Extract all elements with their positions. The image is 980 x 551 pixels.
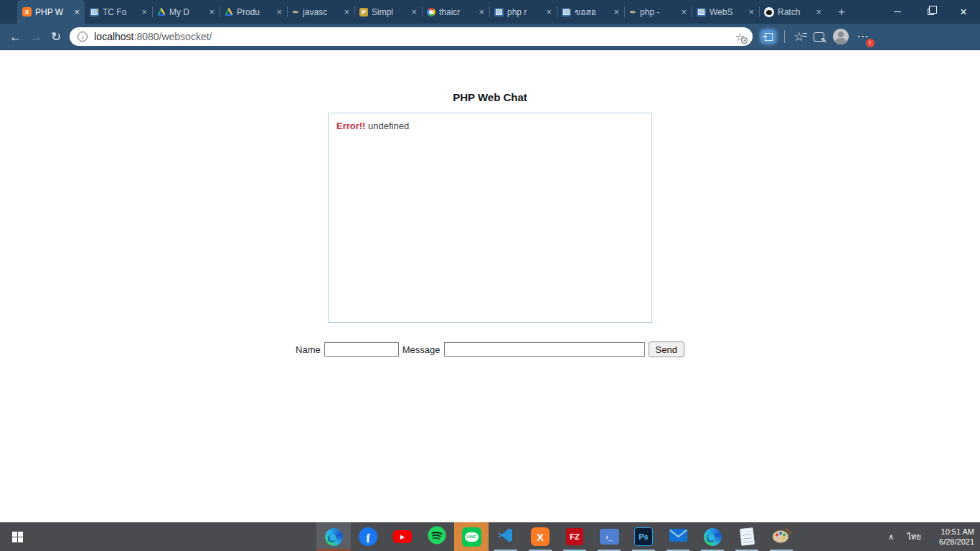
taskbar: f ▶ LINE X FZ ›_ Ps ∧ ไทย 10:51 AM 6/28/… bbox=[0, 522, 980, 551]
extension-icon[interactable] bbox=[761, 30, 776, 43]
new-tab-button[interactable]: + bbox=[831, 0, 852, 24]
tab-title: php - bbox=[640, 7, 677, 17]
back-button[interactable]: ← bbox=[9, 31, 22, 43]
tab-thaicreate-search[interactable]: thaicr × bbox=[422, 0, 489, 24]
taskbar-youtube[interactable]: ▶ bbox=[385, 522, 420, 551]
site-window-icon bbox=[494, 8, 504, 17]
restore-button[interactable] bbox=[914, 0, 947, 24]
restore-icon bbox=[928, 9, 934, 15]
add-favorite-icon[interactable]: ☆+ bbox=[735, 32, 745, 42]
web-capture-icon[interactable]: ✎ bbox=[814, 32, 824, 42]
vscode-icon bbox=[497, 527, 514, 547]
close-button[interactable]: × bbox=[947, 0, 980, 24]
tab-php[interactable]: ✒ php - × bbox=[624, 0, 692, 24]
tab-title: Produ bbox=[237, 7, 273, 17]
taskbar-vscode[interactable] bbox=[489, 522, 523, 551]
tab-close-icon[interactable]: × bbox=[74, 7, 80, 17]
tab-javascript[interactable]: ✒ javasc × bbox=[287, 0, 354, 24]
name-input[interactable] bbox=[324, 342, 399, 357]
mail-icon bbox=[669, 529, 687, 545]
taskbar-filezilla[interactable]: FZ bbox=[557, 522, 592, 551]
tab-tc-forum[interactable]: TC Fo × bbox=[85, 0, 152, 24]
page-title: PHP Web Chat bbox=[0, 91, 980, 103]
site-info-icon[interactable]: i bbox=[77, 32, 88, 42]
spotify-icon bbox=[428, 526, 446, 547]
clock[interactable]: 10:51 AM 6/28/2021 bbox=[927, 527, 980, 547]
taskbar-facebook[interactable]: f bbox=[351, 522, 385, 551]
tab-simple[interactable]: P Simpl × bbox=[354, 0, 422, 24]
tab-title: PHP W bbox=[35, 7, 70, 17]
tray-chevron-up-icon[interactable]: ∧ bbox=[881, 532, 901, 542]
forward-button[interactable]: → bbox=[30, 31, 42, 43]
taskbar-notepad[interactable] bbox=[730, 522, 764, 551]
tab-title: WebS bbox=[710, 7, 745, 17]
url-text[interactable]: localhost:8080/websocket/ bbox=[94, 31, 212, 42]
site-window-icon bbox=[90, 8, 99, 17]
google-icon bbox=[427, 8, 435, 17]
profile-avatar[interactable] bbox=[833, 29, 849, 44]
message-input[interactable] bbox=[444, 342, 645, 357]
tab-close-icon[interactable]: × bbox=[546, 7, 552, 17]
tab-websocket[interactable]: WebS × bbox=[692, 0, 759, 24]
tab-php-web-chat[interactable]: X PHP W × bbox=[17, 0, 85, 24]
tab-close-icon[interactable]: × bbox=[276, 7, 282, 17]
notification-badge: ! bbox=[866, 39, 875, 47]
url-path: :8080/websocket/ bbox=[134, 31, 212, 42]
tab-close-icon[interactable]: × bbox=[209, 7, 215, 17]
edge-icon bbox=[325, 528, 343, 546]
xampp-icon: X bbox=[531, 527, 550, 546]
tab-close-icon[interactable]: × bbox=[681, 7, 687, 17]
favorites-icon[interactable]: ☆ bbox=[793, 31, 804, 43]
tab-my-drive[interactable]: My D × bbox=[152, 0, 220, 24]
tab-close-icon[interactable]: × bbox=[411, 7, 417, 17]
tab-close-icon[interactable]: × bbox=[344, 7, 349, 17]
page-content: PHP Web Chat Error!! undefined Name Mess… bbox=[0, 51, 980, 522]
taskbar-spotify[interactable] bbox=[420, 522, 454, 551]
taskbar-line[interactable]: LINE bbox=[454, 522, 489, 551]
address-bar[interactable]: i localhost:8080/websocket/ ☆+ bbox=[70, 27, 753, 46]
line-icon: LINE bbox=[462, 527, 481, 547]
taskbar-edge-second[interactable] bbox=[695, 522, 730, 551]
taskbar-xampp[interactable]: X bbox=[523, 522, 557, 551]
tab-close-icon[interactable]: × bbox=[816, 7, 821, 17]
tab-php-article[interactable]: php r × bbox=[489, 0, 557, 24]
minimize-button[interactable] bbox=[881, 0, 914, 24]
tab-close-icon[interactable]: × bbox=[613, 7, 619, 17]
tab-close-icon[interactable]: × bbox=[141, 7, 147, 17]
google-drive-icon bbox=[157, 8, 166, 17]
filezilla-icon: FZ bbox=[566, 528, 583, 545]
close-icon: × bbox=[960, 6, 966, 18]
message-label: Message bbox=[402, 344, 440, 355]
paint-icon bbox=[772, 527, 791, 547]
tab-drive-product[interactable]: Produ × bbox=[220, 0, 287, 24]
taskbar-edge[interactable] bbox=[316, 522, 351, 551]
chat-message-box: Error!! undefined bbox=[328, 113, 652, 323]
tray-date: 6/28/2021 bbox=[939, 537, 974, 546]
tab-title: thaicr bbox=[439, 7, 475, 17]
name-label: Name bbox=[296, 344, 321, 355]
powershell-icon: ›_ bbox=[600, 529, 619, 545]
language-indicator[interactable]: ไทย bbox=[901, 530, 927, 543]
system-tray: ∧ ไทย 10:51 AM 6/28/2021 bbox=[881, 522, 980, 551]
browser-tab-strip: X PHP W × TC Fo × My D × Produ × ✒ javas… bbox=[0, 0, 980, 24]
start-button[interactable] bbox=[0, 522, 34, 551]
tab-close-icon[interactable]: × bbox=[479, 7, 484, 17]
refresh-button[interactable]: ↻ bbox=[51, 31, 61, 43]
pencil-icon: ✎ bbox=[821, 37, 826, 44]
tab-thai-question[interactable]: ขอสอ × bbox=[557, 0, 624, 24]
tab-title: My D bbox=[169, 7, 205, 17]
site-window-icon bbox=[562, 8, 571, 17]
tab-close-icon[interactable]: × bbox=[748, 7, 754, 17]
tab-ratchet-github[interactable]: Ratch × bbox=[759, 0, 826, 24]
window-controls: × bbox=[881, 0, 980, 24]
tab-title: javasc bbox=[303, 7, 340, 17]
edge-icon bbox=[704, 528, 722, 546]
taskbar-paint[interactable] bbox=[764, 522, 798, 551]
settings-menu-icon[interactable]: ⋯! bbox=[857, 31, 869, 42]
toolbar-divider bbox=[784, 30, 785, 43]
taskbar-mail[interactable] bbox=[661, 522, 695, 551]
taskbar-powershell[interactable]: ›_ bbox=[592, 522, 626, 551]
taskbar-photoshop[interactable]: Ps bbox=[626, 522, 661, 551]
send-button[interactable]: Send bbox=[649, 342, 684, 357]
packagist-letter: P bbox=[362, 9, 366, 16]
